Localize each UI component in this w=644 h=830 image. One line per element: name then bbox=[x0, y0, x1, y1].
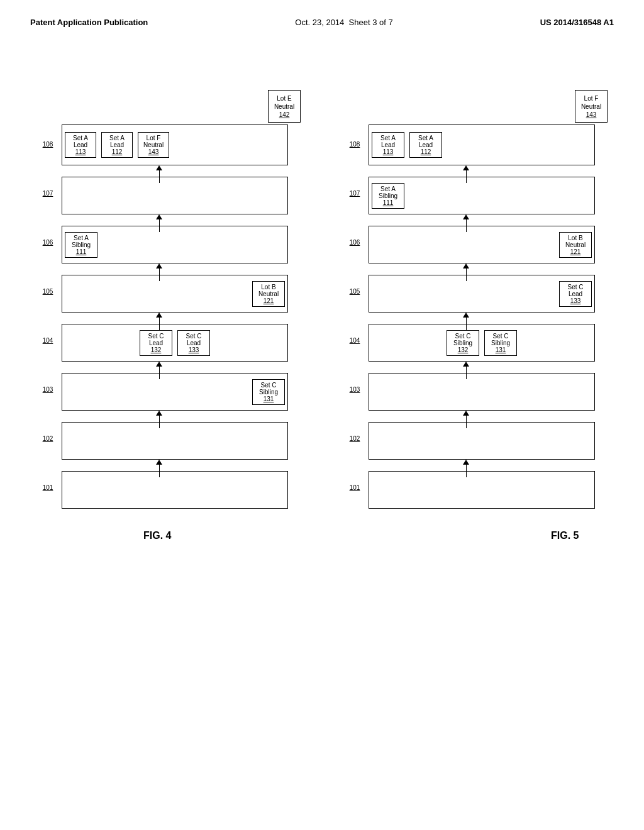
fig4-step102-container bbox=[62, 422, 288, 460]
fig4-step108-container: Set ALead113 Set ALead112 Lot FNeutral14… bbox=[62, 124, 288, 165]
fig5-step105-label: 105 bbox=[338, 275, 371, 307]
fig5-step101-container bbox=[369, 471, 595, 509]
fig4-step101-label: 101 bbox=[31, 471, 64, 504]
fig4-step105-container: Lot BNeutral121 bbox=[62, 275, 288, 313]
fig4-step106-container: Set ASibling111 bbox=[62, 226, 288, 263]
fig5-step104-label: 104 bbox=[338, 324, 371, 357]
fig5-step108-container: Set ALead113 Set ALead112 bbox=[369, 124, 595, 165]
fig5-inner: Lot F Neutral 143 108 Set ALead113 Set A… bbox=[337, 90, 614, 656]
fig4-step103-label: 103 bbox=[31, 373, 64, 406]
fig4-float-box: Lot E Neutral 142 bbox=[268, 90, 301, 123]
fig5-step102-label: 102 bbox=[338, 422, 371, 455]
fig5-area: Lot F Neutral 143 108 Set ALead113 Set A… bbox=[337, 90, 614, 656]
diagrams-container: Lot E Neutral 142 108 Set ALead113 Set A… bbox=[0, 65, 644, 656]
fig4-step105-label: 105 bbox=[31, 275, 64, 307]
fig5-step102-container bbox=[369, 422, 595, 460]
fig4-step107-container bbox=[62, 177, 288, 214]
fig4-step104-container: Set CLead132 Set CLead133 bbox=[62, 324, 288, 362]
fig5-step103-container bbox=[369, 373, 595, 411]
fig4-step103-container: Set CSibling131 bbox=[62, 373, 288, 411]
fig5-step106-label: 106 bbox=[338, 226, 371, 258]
fig4-label: FIG. 4 bbox=[143, 530, 171, 541]
fig4-step108-box: 108 bbox=[31, 128, 64, 160]
fig4-step102-label: 102 bbox=[31, 422, 64, 455]
fig5-step106-container: Lot BNeutral121 bbox=[369, 226, 595, 263]
header-left: Patent Application Publication bbox=[30, 18, 148, 27]
header-center: Oct. 23, 2014 Sheet 3 of 7 bbox=[295, 18, 392, 27]
fig4-step101-container bbox=[62, 471, 288, 509]
fig5-step107-label: 107 bbox=[338, 177, 371, 209]
fig4-area: Lot E Neutral 142 108 Set ALead113 Set A… bbox=[30, 90, 307, 656]
fig4-inner: Lot E Neutral 142 108 Set ALead113 Set A… bbox=[30, 90, 307, 656]
page-header: Patent Application Publication Oct. 23, … bbox=[0, 0, 644, 27]
fig5-step103-label: 103 bbox=[338, 373, 371, 406]
fig5-step107-container: Set ASibling111 bbox=[369, 177, 595, 214]
header-right: US 2014/316548 A1 bbox=[540, 18, 614, 27]
fig4-step107-label: 107 bbox=[31, 177, 64, 209]
fig5-step101-label: 101 bbox=[338, 471, 371, 504]
fig4-step104-label: 104 bbox=[31, 324, 64, 357]
fig5-step104-container: Set CSibling132 Set CSibling131 bbox=[369, 324, 595, 362]
fig5-step105-container: Set CLead133 bbox=[369, 275, 595, 313]
fig5-float-box: Lot F Neutral 143 bbox=[575, 90, 608, 123]
fig5-step108-label: 108 bbox=[338, 128, 371, 160]
fig4-step106-label: 106 bbox=[31, 226, 64, 258]
fig5-label: FIG. 5 bbox=[551, 530, 579, 541]
